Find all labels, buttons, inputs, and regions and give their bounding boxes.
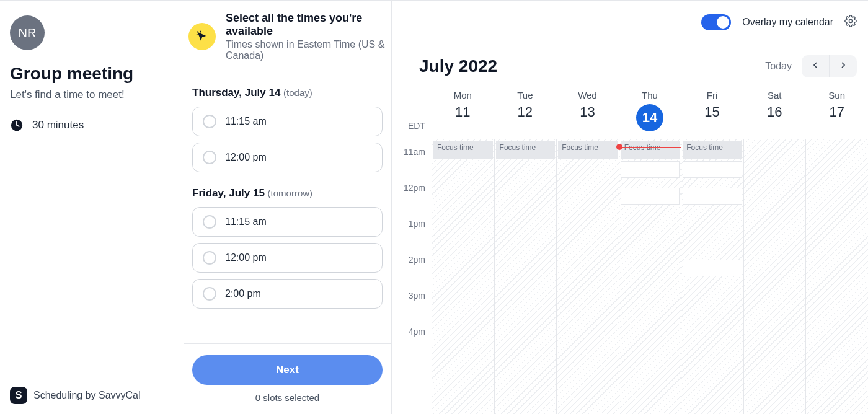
- available-slot[interactable]: [683, 161, 742, 178]
- avatar-initials: NR: [19, 26, 37, 40]
- clock-icon: [10, 118, 24, 132]
- calendar-header-bar: Overlay my calendar: [392, 1, 868, 44]
- weekday-name: Fri: [681, 90, 743, 100]
- time-slot[interactable]: 11:15 am: [192, 107, 383, 136]
- calendar-month-label: July 2022: [419, 56, 497, 76]
- time-slot-label: 2:00 pm: [225, 288, 261, 299]
- branding-label: Scheduling by SavvyCal: [33, 390, 141, 401]
- weekday-name: Wed: [556, 90, 619, 100]
- calendar-column[interactable]: [743, 139, 806, 414]
- prev-week-button[interactable]: [802, 55, 829, 77]
- weekday-name: Sun: [805, 90, 868, 100]
- sidebar: NR Group meeting Let's find a time to me…: [0, 1, 184, 414]
- next-button[interactable]: Next: [192, 355, 383, 385]
- day-block: Friday, July 15 (tomorrow)11:15 am12:00 …: [192, 187, 383, 309]
- cursor-click-icon: [188, 23, 216, 50]
- picker-header: Select all the times you're available Ti…: [184, 1, 391, 74]
- weekday-header[interactable]: Thu14: [619, 90, 681, 131]
- weekday-number: 11: [432, 104, 494, 120]
- now-indicator-dot: [616, 144, 622, 150]
- weekday-name: Thu: [619, 90, 681, 100]
- weekday-name: Tue: [494, 90, 557, 100]
- weekday-header[interactable]: Mon11: [432, 90, 494, 131]
- hour-label: 2pm: [409, 255, 425, 265]
- radio-icon: [203, 215, 216, 229]
- calendar-grid[interactable]: 11am12pm1pm2pm3pm4pm Focus timeFocus tim…: [392, 139, 868, 414]
- calendar-nav: Today: [763, 55, 857, 77]
- picker-footer: Next 0 slots selected: [184, 343, 391, 414]
- slot-list: Thursday, July 14 (today)11:15 am12:00 p…: [184, 74, 391, 343]
- time-slot-label: 12:00 pm: [225, 152, 267, 163]
- weekday-header[interactable]: Tue12: [494, 90, 557, 131]
- today-button[interactable]: Today: [763, 57, 794, 76]
- time-picker-column: Select all the times you're available Ti…: [184, 1, 392, 414]
- avatar: NR: [10, 15, 45, 50]
- picker-header-subtitle: Times shown in Eastern Time (US & Canada…: [226, 39, 386, 61]
- radio-icon: [203, 287, 216, 301]
- available-slot[interactable]: [621, 161, 680, 178]
- slots-selected-label: 0 slots selected: [192, 392, 383, 403]
- weekday-number: 12: [494, 104, 557, 120]
- now-indicator: [619, 147, 681, 148]
- weekday-header[interactable]: Sat16: [743, 90, 806, 131]
- calendar-column[interactable]: Focus time: [556, 139, 619, 414]
- weekday-name: Mon: [432, 90, 494, 100]
- gear-icon[interactable]: [844, 15, 857, 30]
- weekday-number: 16: [743, 104, 806, 120]
- hour-label: 4pm: [409, 327, 425, 337]
- weekday-header[interactable]: Wed13: [556, 90, 619, 131]
- weekday-header[interactable]: Sun17: [805, 90, 868, 131]
- svg-point-1: [849, 20, 852, 23]
- hour-labels: 11am12pm1pm2pm3pm4pm: [392, 139, 432, 414]
- busy-block: Focus time: [683, 141, 742, 159]
- busy-block: Focus time: [433, 141, 493, 159]
- week-arrows: [802, 55, 857, 77]
- day-header: Friday, July 15 (tomorrow): [192, 187, 383, 200]
- duration-row: 30 minutes: [10, 118, 171, 132]
- time-slot[interactable]: 11:15 am: [192, 207, 383, 237]
- calendar-panel: Overlay my calendar July 2022 Today: [392, 1, 868, 414]
- overlay-toggle[interactable]: [701, 14, 731, 30]
- available-slot[interactable]: [621, 188, 680, 205]
- radio-icon: [203, 151, 216, 164]
- calendar-top: July 2022 Today: [392, 44, 868, 81]
- time-slot-label: 11:15 am: [225, 116, 267, 127]
- hour-label: 12pm: [404, 183, 425, 193]
- radio-icon: [203, 251, 216, 265]
- radio-icon: [203, 115, 216, 128]
- calendar-column[interactable]: Focus time: [681, 139, 743, 414]
- weekday-header[interactable]: Fri15: [681, 90, 743, 131]
- timezone-short: EDT: [392, 90, 432, 131]
- busy-block: Focus time: [496, 141, 556, 159]
- weekday-name: Sat: [743, 90, 806, 100]
- time-slot[interactable]: 12:00 pm: [192, 143, 383, 172]
- overlay-label: Overlay my calendar: [742, 17, 833, 28]
- weekday-number: 13: [556, 104, 619, 120]
- busy-block: Focus time: [621, 141, 680, 159]
- time-slot[interactable]: 2:00 pm: [192, 279, 383, 309]
- hour-label: 11am: [404, 147, 425, 157]
- page-title: Group meeting: [10, 64, 171, 84]
- available-slot[interactable]: [683, 260, 742, 276]
- busy-block: Focus time: [558, 141, 618, 159]
- branding-footer[interactable]: S Scheduling by SavvyCal: [10, 387, 171, 404]
- page-subtitle: Let's find a time to meet!: [10, 89, 171, 101]
- calendar-column[interactable]: Focus time: [494, 139, 557, 414]
- time-slot[interactable]: 12:00 pm: [192, 243, 383, 273]
- time-slot-label: 12:00 pm: [225, 252, 267, 263]
- hour-label: 3pm: [409, 291, 425, 301]
- day-block: Thursday, July 14 (today)11:15 am12:00 p…: [192, 87, 383, 172]
- brand-icon: S: [10, 387, 27, 404]
- available-slot[interactable]: [683, 188, 742, 205]
- next-week-button[interactable]: [829, 55, 857, 77]
- weekday-number: 17: [805, 104, 868, 120]
- duration-label: 30 minutes: [32, 119, 84, 131]
- calendar-column[interactable]: Focus time: [432, 139, 494, 414]
- day-header: Thursday, July 14 (today): [192, 87, 383, 99]
- calendar-column[interactable]: [805, 139, 868, 414]
- weekday-number: 15: [681, 104, 743, 120]
- calendar-column[interactable]: Focus time: [619, 139, 681, 414]
- picker-header-title: Select all the times you're available: [226, 12, 386, 38]
- weekday-row: EDT Mon11Tue12Wed13Thu14Fri15Sat16Sun17: [392, 81, 868, 139]
- weekday-number: 14: [636, 104, 663, 131]
